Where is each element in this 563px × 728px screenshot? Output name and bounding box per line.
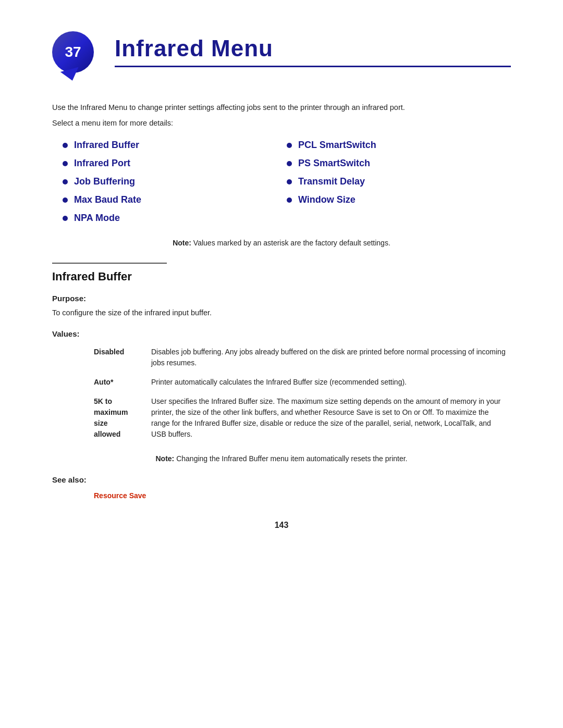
chapter-badge: 37 bbox=[52, 31, 109, 81]
table-row: 5K to maximum size allowed User specifie… bbox=[52, 393, 511, 445]
chapter-header: 37 Infrared Menu bbox=[52, 31, 511, 81]
infrared-buffer-heading: Infrared Buffer bbox=[52, 270, 511, 283]
list-item: Window Size bbox=[287, 192, 511, 207]
value-desc-5k: User specifies the Infrared Buffer size.… bbox=[136, 393, 511, 445]
purpose-text: To configure the size of the infrared in… bbox=[52, 307, 511, 319]
bottom-note-bold: Note: bbox=[156, 454, 175, 463]
window-size-link[interactable]: Window Size bbox=[298, 194, 356, 205]
bottom-note: Note: Changing the Infrared Buffer menu … bbox=[52, 453, 511, 464]
ps-smartswitch-link[interactable]: PS SmartSwitch bbox=[298, 158, 370, 169]
bullet-icon bbox=[287, 161, 292, 166]
page-number: 143 bbox=[52, 521, 511, 530]
factory-note-bold: Note: bbox=[173, 239, 191, 247]
bullet-icon bbox=[287, 179, 292, 184]
menu-right-column: PCL SmartSwitch PS SmartSwitch Transmit … bbox=[287, 138, 511, 226]
list-item: Infrared Port bbox=[63, 156, 287, 171]
bullet-icon bbox=[63, 216, 68, 221]
list-item: Transmit Delay bbox=[287, 174, 511, 189]
list-item: Infrared Buffer bbox=[63, 138, 287, 153]
menu-left-column: Infrared Buffer Infrared Port Job Buffer… bbox=[63, 138, 287, 226]
values-table: Disabled Disables job buffering. Any job… bbox=[52, 343, 511, 445]
npa-mode-link[interactable]: NPA Mode bbox=[74, 213, 120, 224]
bullet-icon bbox=[63, 161, 68, 166]
list-item: Max Baud Rate bbox=[63, 192, 287, 207]
table-row: Disabled Disables job buffering. Any job… bbox=[52, 343, 511, 374]
values-label: Values: bbox=[52, 329, 511, 338]
factory-note: Note: Values marked by an asterisk are t… bbox=[52, 239, 511, 247]
resource-save-link[interactable]: Resource Save bbox=[94, 491, 146, 500]
list-item: PS SmartSwitch bbox=[287, 156, 511, 171]
bullet-icon bbox=[287, 198, 292, 203]
bottom-note-text: Changing the Infrared Buffer menu item a… bbox=[174, 454, 407, 463]
pcl-smartswitch-link[interactable]: PCL SmartSwitch bbox=[298, 140, 376, 151]
value-desc-disabled: Disables job buffering. Any jobs already… bbox=[136, 343, 511, 374]
list-item: NPA Mode bbox=[63, 211, 287, 226]
intro-description: Use the Infrared Menu to change printer … bbox=[52, 102, 511, 114]
chapter-title: Infrared Menu bbox=[115, 35, 511, 61]
bullet-icon bbox=[287, 143, 292, 148]
infrared-buffer-link[interactable]: Infrared Buffer bbox=[74, 140, 139, 151]
menu-items-grid: Infrared Buffer Infrared Port Job Buffer… bbox=[63, 138, 511, 226]
section-divider bbox=[52, 263, 167, 264]
factory-note-text: Values marked by an asterisk are the fac… bbox=[191, 239, 390, 247]
job-buffering-link[interactable]: Job Buffering bbox=[74, 176, 135, 187]
select-prompt: Select a menu item for more details: bbox=[52, 119, 511, 127]
value-name-5k: 5K to maximum size allowed bbox=[52, 393, 136, 445]
value-name-disabled: Disabled bbox=[52, 343, 136, 374]
chapter-number: 37 bbox=[52, 31, 94, 73]
list-item: PCL SmartSwitch bbox=[287, 138, 511, 153]
purpose-label: Purpose: bbox=[52, 294, 511, 303]
value-desc-auto: Printer automatically calculates the Inf… bbox=[136, 374, 511, 393]
see-also-label: See also: bbox=[52, 475, 511, 484]
bullet-icon bbox=[63, 179, 68, 184]
list-item: Job Buffering bbox=[63, 174, 287, 189]
infrared-port-link[interactable]: Infrared Port bbox=[74, 158, 130, 169]
max-baud-rate-link[interactable]: Max Baud Rate bbox=[74, 194, 141, 205]
transmit-delay-link[interactable]: Transmit Delay bbox=[298, 176, 365, 187]
value-name-auto: Auto* bbox=[52, 374, 136, 393]
bullet-icon bbox=[63, 198, 68, 203]
chapter-title-area: Infrared Menu bbox=[109, 31, 511, 67]
bullet-icon bbox=[63, 143, 68, 148]
header-rule bbox=[115, 66, 511, 67]
table-row: Auto* Printer automatically calculates t… bbox=[52, 374, 511, 393]
